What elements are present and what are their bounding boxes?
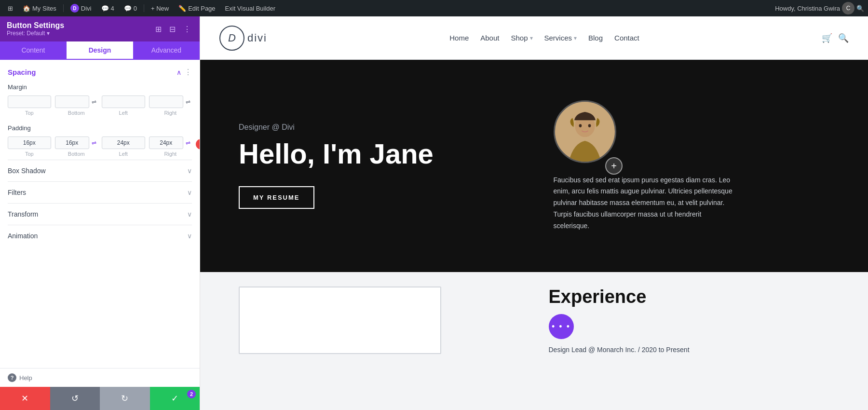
margin-bottom-cell: ⇌ Bottom	[55, 96, 98, 116]
filters-label: Filters	[8, 189, 26, 196]
dots-icon: • • •	[552, 322, 570, 332]
spacing-chevron[interactable]: ∧	[176, 68, 181, 76]
margin-top-label: Top	[25, 110, 34, 116]
divi-btn[interactable]: D Divi	[67, 0, 95, 16]
below-left	[239, 287, 520, 396]
card-placeholder	[239, 287, 441, 354]
animation-label: Animation	[8, 232, 38, 240]
comments-btn[interactable]: 💬 4	[97, 0, 118, 16]
padding-top-label: Top	[25, 151, 34, 157]
nav-about[interactable]: About	[480, 34, 499, 42]
panel-title-group: Button Settings Preset: Default ▾	[7, 21, 64, 37]
box-shadow-label: Box Shadow	[8, 167, 46, 175]
margin-right-input[interactable]	[149, 96, 184, 108]
padding-group: Padding Top ⇌	[8, 124, 192, 157]
save-badge: 2	[187, 390, 196, 398]
left-panel: Button Settings Preset: Default ▾ ⊞ ⊟ ⋮ …	[0, 16, 200, 410]
edit-page-btn[interactable]: ✏️ Edit Page	[175, 0, 219, 16]
panel-responsive-icon[interactable]: ⊞	[153, 23, 163, 36]
hero-subtitle: Designer @ Divi	[239, 123, 515, 132]
filters-arrow: ∨	[187, 189, 192, 196]
help-button[interactable]: ? Help	[0, 368, 200, 387]
nav-home[interactable]: Home	[449, 34, 469, 42]
separator-1	[63, 4, 64, 12]
experience-meta: Design Lead @ Monarch Inc. / 2020 to Pre…	[549, 346, 830, 354]
admin-bar: ⊞ 🏠 My Sites D Divi 💬 4 💬 0 + New ✏️ Edi…	[0, 0, 868, 16]
save-button[interactable]: ✓ 2	[150, 387, 200, 410]
filters-section[interactable]: Filters ∨	[8, 181, 192, 203]
cart-icon[interactable]: 🛒	[822, 33, 832, 43]
nav-links: Home About Shop ▾ Services ▾ Blog Contac…	[449, 34, 639, 42]
feedback-icon: 💬	[124, 5, 132, 12]
cancel-button[interactable]: ✕	[0, 387, 50, 410]
nav-shop[interactable]: Shop ▾	[511, 34, 532, 42]
padding-left-input[interactable]	[102, 137, 145, 149]
box-shadow-section[interactable]: Box Shadow ∨	[8, 160, 192, 181]
transform-section[interactable]: Transform ∨	[8, 203, 192, 225]
admin-bar-right: Howdy, Christina Gwira C 🔍	[775, 2, 864, 14]
wp-icon-btn[interactable]: ⊞	[4, 0, 17, 16]
panel-layout-icon[interactable]: ⊟	[167, 23, 177, 36]
spacing-title: Spacing	[8, 68, 36, 76]
panel-preset[interactable]: Preset: Default ▾	[7, 30, 64, 37]
padding-right-link-icon[interactable]: ⇌	[184, 139, 192, 146]
redo-button[interactable]: ↻	[100, 387, 150, 410]
panel-header: Button Settings Preset: Default ▾ ⊞ ⊟ ⋮	[0, 16, 200, 41]
resume-button[interactable]: MY RESUME	[239, 186, 314, 209]
hero-right: Faucibus sed sed erat ipsum purus egesta…	[515, 100, 830, 232]
margin-right-cell: ⇌ Right	[149, 96, 192, 116]
exit-builder-btn[interactable]: Exit Visual Builder	[221, 0, 280, 16]
spacing-section: Spacing ∧ ⋮ Margin Top	[8, 68, 192, 157]
below-fold-section: Experience • • • Design Lead @ Monarch I…	[200, 272, 868, 410]
panel-tabs: Content Design Advanced	[0, 41, 200, 60]
new-label: + New	[151, 5, 169, 12]
nav-blog[interactable]: Blog	[588, 34, 603, 42]
help-icon: ?	[8, 373, 16, 382]
animation-section[interactable]: Animation ∨	[8, 225, 192, 246]
undo-button[interactable]: ↺	[50, 387, 100, 410]
padding-badge: 1	[196, 139, 200, 150]
my-sites-btn[interactable]: 🏠 My Sites	[19, 0, 60, 16]
user-avatar[interactable]: C	[842, 2, 854, 14]
panel-title: Button Settings	[7, 21, 64, 30]
margin-bottom-label: Bottom	[68, 110, 85, 116]
purple-dots-button[interactable]: • • •	[549, 314, 574, 339]
padding-bottom-input[interactable]	[55, 137, 90, 149]
margin-right-link-icon[interactable]: ⇌	[184, 98, 192, 105]
margin-top-input[interactable]	[8, 96, 51, 108]
padding-top-input[interactable]	[8, 137, 51, 149]
hero-title: Hello, I'm Jane	[239, 138, 515, 169]
margin-group: Margin Top ⇌ Bottom	[8, 83, 192, 116]
comments-count: 4	[111, 5, 114, 12]
tab-content[interactable]: Content	[0, 41, 67, 60]
margin-link-icon[interactable]: ⇌	[90, 98, 98, 105]
margin-label: Margin	[8, 83, 192, 91]
box-shadow-arrow: ∨	[187, 167, 192, 175]
search-icon[interactable]: 🔍	[856, 5, 864, 12]
margin-left-label: Left	[119, 110, 128, 116]
panel-menu-icon[interactable]: ⋮	[181, 23, 193, 36]
add-element-button[interactable]: +	[605, 157, 623, 175]
spacing-options[interactable]: ⋮	[184, 68, 192, 77]
my-sites-label: My Sites	[32, 5, 56, 12]
feedback-btn[interactable]: 💬 0	[120, 0, 141, 16]
logo-circle: D	[219, 26, 244, 51]
tab-design[interactable]: Design	[67, 41, 133, 60]
nav-contact[interactable]: Contact	[614, 34, 639, 42]
nav-services[interactable]: Services ▾	[544, 34, 577, 42]
margin-bottom-input[interactable]	[55, 96, 90, 108]
padding-label: Padding	[8, 124, 192, 132]
padding-link-icon[interactable]: ⇌	[90, 139, 98, 146]
section-actions: ∧ ⋮	[176, 68, 192, 77]
hero-description: Faucibus sed sed erat ipsum purus egesta…	[554, 175, 737, 232]
nav-search-icon[interactable]: 🔍	[838, 33, 849, 43]
padding-right-input[interactable]	[149, 137, 184, 149]
logo-text: divi	[247, 32, 267, 44]
panel-header-icons: ⊞ ⊟ ⋮	[153, 23, 193, 36]
new-btn[interactable]: + New	[147, 0, 173, 16]
hero-left: Designer @ Divi Hello, I'm Jane MY RESUM…	[239, 123, 515, 209]
margin-left-cell: Left	[102, 96, 145, 116]
animation-arrow: ∨	[187, 232, 192, 240]
tab-advanced[interactable]: Advanced	[133, 41, 200, 60]
margin-left-input[interactable]	[102, 96, 145, 108]
